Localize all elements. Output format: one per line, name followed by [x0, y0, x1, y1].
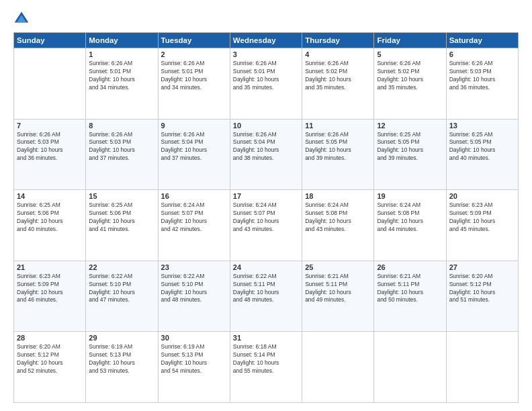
cell-date: 17 — [233, 192, 299, 200]
cell-date: 23 — [161, 263, 227, 271]
cell-date: 1 — [89, 50, 154, 58]
calendar-cell: 26Sunrise: 6:21 AM Sunset: 5:11 PM Dayli… — [374, 261, 446, 332]
cell-info: Sunrise: 6:26 AM Sunset: 5:01 PM Dayligh… — [161, 60, 227, 92]
cell-info: Sunrise: 6:25 AM Sunset: 5:05 PM Dayligh… — [449, 131, 515, 163]
calendar-cell: 23Sunrise: 6:22 AM Sunset: 5:10 PM Dayli… — [158, 261, 230, 332]
cell-date: 2 — [161, 50, 227, 58]
cell-info: Sunrise: 6:26 AM Sunset: 5:01 PM Dayligh… — [89, 60, 154, 92]
cell-date: 22 — [89, 263, 154, 271]
calendar-cell: 27Sunrise: 6:20 AM Sunset: 5:12 PM Dayli… — [446, 261, 518, 332]
calendar-cell: 15Sunrise: 6:25 AM Sunset: 5:06 PM Dayli… — [86, 190, 158, 261]
cell-info: Sunrise: 6:26 AM Sunset: 5:02 PM Dayligh… — [377, 60, 443, 92]
calendar-cell: 21Sunrise: 6:23 AM Sunset: 5:09 PM Dayli… — [14, 261, 86, 332]
calendar-cell: 16Sunrise: 6:24 AM Sunset: 5:07 PM Dayli… — [158, 190, 230, 261]
calendar-cell — [374, 332, 446, 403]
cell-info: Sunrise: 6:19 AM Sunset: 5:13 PM Dayligh… — [161, 343, 227, 375]
cell-info: Sunrise: 6:24 AM Sunset: 5:08 PM Dayligh… — [305, 201, 371, 234]
calendar-table: SundayMondayTuesdayWednesdayThursdayFrid… — [13, 32, 519, 403]
day-header-friday: Friday — [374, 33, 446, 48]
week-row-4: 21Sunrise: 6:23 AM Sunset: 5:09 PM Dayli… — [14, 261, 519, 332]
cell-info: Sunrise: 6:22 AM Sunset: 5:10 PM Dayligh… — [89, 273, 154, 305]
cell-info: Sunrise: 6:22 AM Sunset: 5:10 PM Dayligh… — [161, 273, 227, 305]
calendar-cell: 20Sunrise: 6:23 AM Sunset: 5:09 PM Dayli… — [446, 190, 518, 261]
calendar-cell: 11Sunrise: 6:26 AM Sunset: 5:05 PM Dayli… — [302, 119, 374, 190]
calendar-cell: 18Sunrise: 6:24 AM Sunset: 5:08 PM Dayli… — [302, 190, 374, 261]
cell-info: Sunrise: 6:25 AM Sunset: 5:06 PM Dayligh… — [89, 201, 154, 234]
calendar-cell — [14, 48, 86, 120]
cell-info: Sunrise: 6:26 AM Sunset: 5:03 PM Dayligh… — [17, 131, 83, 163]
calendar-cell: 17Sunrise: 6:24 AM Sunset: 5:07 PM Dayli… — [230, 190, 302, 261]
day-header-wednesday: Wednesday — [230, 33, 302, 48]
cell-date: 8 — [89, 122, 154, 130]
cell-info: Sunrise: 6:24 AM Sunset: 5:07 PM Dayligh… — [161, 201, 227, 234]
cell-date: 24 — [233, 263, 299, 271]
calendar-cell: 14Sunrise: 6:25 AM Sunset: 5:06 PM Dayli… — [14, 190, 86, 261]
calendar-cell: 25Sunrise: 6:21 AM Sunset: 5:11 PM Dayli… — [302, 261, 374, 332]
cell-info: Sunrise: 6:26 AM Sunset: 5:03 PM Dayligh… — [89, 131, 154, 163]
calendar-cell: 12Sunrise: 6:25 AM Sunset: 5:05 PM Dayli… — [374, 119, 446, 190]
cell-date: 16 — [161, 192, 227, 200]
calendar-cell: 13Sunrise: 6:25 AM Sunset: 5:05 PM Dayli… — [446, 119, 518, 190]
cell-date: 29 — [89, 334, 154, 342]
cell-info: Sunrise: 6:19 AM Sunset: 5:13 PM Dayligh… — [89, 343, 154, 375]
cell-info: Sunrise: 6:23 AM Sunset: 5:09 PM Dayligh… — [449, 201, 515, 234]
cell-date: 19 — [377, 192, 443, 200]
calendar-cell: 29Sunrise: 6:19 AM Sunset: 5:13 PM Dayli… — [86, 332, 158, 403]
day-header-thursday: Thursday — [302, 33, 374, 48]
calendar-cell: 7Sunrise: 6:26 AM Sunset: 5:03 PM Daylig… — [14, 119, 86, 190]
cell-date: 15 — [89, 192, 154, 200]
calendar-cell: 4Sunrise: 6:26 AM Sunset: 5:02 PM Daylig… — [302, 48, 374, 120]
week-row-2: 7Sunrise: 6:26 AM Sunset: 5:03 PM Daylig… — [14, 119, 519, 190]
cell-date: 10 — [233, 122, 299, 130]
cell-date: 14 — [17, 192, 83, 200]
cell-date: 20 — [449, 192, 515, 200]
calendar-cell: 2Sunrise: 6:26 AM Sunset: 5:01 PM Daylig… — [158, 48, 230, 120]
calendar-cell: 1Sunrise: 6:26 AM Sunset: 5:01 PM Daylig… — [86, 48, 158, 120]
cell-info: Sunrise: 6:26 AM Sunset: 5:02 PM Dayligh… — [305, 60, 371, 92]
calendar-cell: 28Sunrise: 6:20 AM Sunset: 5:12 PM Dayli… — [14, 332, 86, 403]
cell-info: Sunrise: 6:21 AM Sunset: 5:11 PM Dayligh… — [377, 273, 443, 305]
calendar-cell — [446, 332, 518, 403]
cell-info: Sunrise: 6:25 AM Sunset: 5:05 PM Dayligh… — [377, 131, 443, 163]
day-header-saturday: Saturday — [446, 33, 518, 48]
cell-info: Sunrise: 6:26 AM Sunset: 5:04 PM Dayligh… — [161, 131, 227, 163]
page: SundayMondayTuesdayWednesdayThursdayFrid… — [0, 0, 532, 411]
calendar-cell: 9Sunrise: 6:26 AM Sunset: 5:04 PM Daylig… — [158, 119, 230, 190]
cell-date: 6 — [449, 50, 515, 58]
calendar-cell: 30Sunrise: 6:19 AM Sunset: 5:13 PM Dayli… — [158, 332, 230, 403]
cell-info: Sunrise: 6:18 AM Sunset: 5:14 PM Dayligh… — [233, 343, 299, 375]
week-row-3: 14Sunrise: 6:25 AM Sunset: 5:06 PM Dayli… — [14, 190, 519, 261]
cell-date: 5 — [377, 50, 443, 58]
cell-date: 25 — [305, 263, 371, 271]
calendar-cell: 19Sunrise: 6:24 AM Sunset: 5:08 PM Dayli… — [374, 190, 446, 261]
calendar-cell: 22Sunrise: 6:22 AM Sunset: 5:10 PM Dayli… — [86, 261, 158, 332]
cell-info: Sunrise: 6:26 AM Sunset: 5:05 PM Dayligh… — [305, 131, 371, 163]
cell-info: Sunrise: 6:26 AM Sunset: 5:04 PM Dayligh… — [233, 131, 299, 163]
cell-date: 12 — [377, 122, 443, 130]
calendar-cell: 3Sunrise: 6:26 AM Sunset: 5:01 PM Daylig… — [230, 48, 302, 120]
cell-info: Sunrise: 6:22 AM Sunset: 5:11 PM Dayligh… — [233, 273, 299, 305]
cell-info: Sunrise: 6:21 AM Sunset: 5:11 PM Dayligh… — [305, 273, 371, 305]
cell-date: 4 — [305, 50, 371, 58]
cell-info: Sunrise: 6:26 AM Sunset: 5:03 PM Dayligh… — [449, 60, 515, 92]
cell-date: 7 — [17, 122, 83, 130]
week-row-5: 28Sunrise: 6:20 AM Sunset: 5:12 PM Dayli… — [14, 332, 519, 403]
calendar-cell — [302, 332, 374, 403]
cell-date: 26 — [377, 263, 443, 271]
cell-info: Sunrise: 6:24 AM Sunset: 5:08 PM Dayligh… — [377, 201, 443, 234]
cell-date: 28 — [17, 334, 83, 342]
calendar-cell: 8Sunrise: 6:26 AM Sunset: 5:03 PM Daylig… — [86, 119, 158, 190]
day-header-sunday: Sunday — [14, 33, 86, 48]
logo-icon — [13, 11, 30, 27]
cell-info: Sunrise: 6:24 AM Sunset: 5:07 PM Dayligh… — [233, 201, 299, 234]
header — [13, 11, 519, 27]
cell-info: Sunrise: 6:20 AM Sunset: 5:12 PM Dayligh… — [17, 343, 83, 375]
day-header-tuesday: Tuesday — [158, 33, 230, 48]
cell-date: 9 — [161, 122, 227, 130]
header-row: SundayMondayTuesdayWednesdayThursdayFrid… — [14, 33, 519, 48]
cell-date: 13 — [449, 122, 515, 130]
calendar-cell: 31Sunrise: 6:18 AM Sunset: 5:14 PM Dayli… — [230, 332, 302, 403]
cell-date: 3 — [233, 50, 299, 58]
cell-info: Sunrise: 6:23 AM Sunset: 5:09 PM Dayligh… — [17, 273, 83, 305]
cell-date: 31 — [233, 334, 299, 342]
